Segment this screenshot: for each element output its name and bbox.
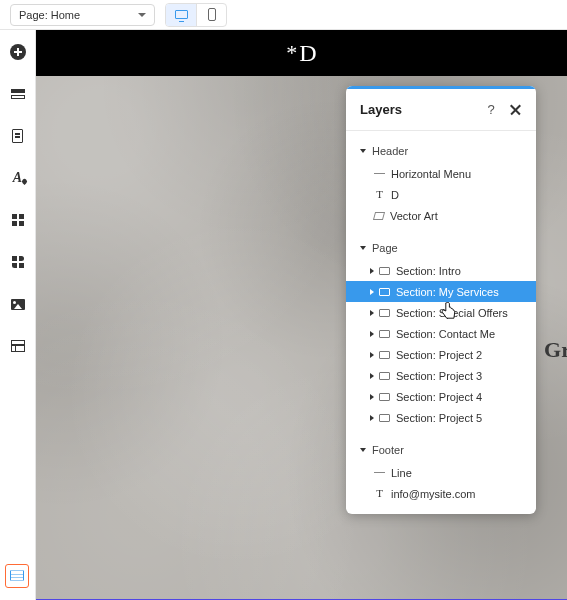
triangle-down-icon (360, 448, 366, 452)
layer-item-section-project-5[interactable]: Section: Project 5 (346, 407, 536, 428)
section-icon (379, 309, 390, 317)
triangle-right-icon (370, 289, 374, 295)
section-icon (379, 372, 390, 380)
triangle-right-icon (370, 352, 374, 358)
add-button[interactable] (9, 43, 27, 61)
section-icon (379, 267, 390, 275)
triangle-right-icon (370, 373, 374, 379)
layer-item-label: Section: My Services (396, 286, 499, 298)
pages-button[interactable] (9, 127, 27, 145)
section-button[interactable] (9, 85, 27, 103)
layer-item-text-d[interactable]: T D (346, 184, 536, 205)
group-footer-label: Footer (372, 444, 404, 456)
plugins-button[interactable] (9, 253, 27, 271)
layer-item-label: Section: Intro (396, 265, 461, 277)
mobile-view-button[interactable] (196, 4, 226, 26)
image-icon (11, 299, 25, 310)
page-selector-label: Page: Home (19, 9, 80, 21)
section-icon (379, 351, 390, 359)
section-icon (11, 89, 25, 99)
layer-item-label: Section: Project 3 (396, 370, 482, 382)
close-icon (510, 104, 521, 115)
chevron-down-icon (138, 13, 146, 17)
mobile-icon (208, 8, 216, 21)
layers-icon (10, 570, 24, 582)
canvas[interactable]: *D Gr Layers ? Header Horizontal Menu (36, 30, 567, 600)
layer-item-label: Section: Contact Me (396, 328, 495, 340)
section-icon (379, 288, 390, 296)
group-header[interactable]: Header (346, 139, 536, 163)
layer-item-label: D (391, 189, 399, 201)
layer-item-label: Section: Project 5 (396, 412, 482, 424)
layer-item-section-project-4[interactable]: Section: Project 4 (346, 386, 536, 407)
section-icon (379, 414, 390, 422)
puzzle-icon (12, 256, 24, 268)
section-icon (379, 330, 390, 338)
theme-button[interactable]: A (9, 169, 27, 187)
layer-item-footer-email[interactable]: T info@mysite.com (346, 483, 536, 504)
triangle-right-icon (370, 331, 374, 337)
close-button[interactable] (506, 100, 524, 118)
apps-button[interactable] (9, 211, 27, 229)
layer-item-label: Section: Project 4 (396, 391, 482, 403)
section-icon (379, 393, 390, 401)
plus-icon (10, 44, 26, 60)
group-header-label: Header (372, 145, 408, 157)
desktop-view-button[interactable] (166, 4, 196, 26)
partial-headline: Gr (544, 337, 567, 363)
triangle-right-icon (370, 415, 374, 421)
layer-item-section-contact-me[interactable]: Section: Contact Me (346, 323, 536, 344)
layer-item-vector-art[interactable]: Vector Art (346, 205, 536, 226)
line-icon (374, 173, 385, 175)
group-page-label: Page (372, 242, 398, 254)
text-icon: T (374, 188, 385, 200)
theme-icon: A (13, 170, 22, 186)
layer-item-section-my-services[interactable]: Section: My Services (346, 281, 536, 302)
logo-asterisk-icon: * (286, 40, 297, 66)
layer-item-footer-line[interactable]: Line (346, 462, 536, 483)
triangle-down-icon (360, 246, 366, 250)
line-icon (374, 472, 385, 474)
layer-item-label: Horizontal Menu (391, 168, 471, 180)
text-icon: T (374, 487, 385, 499)
media-button[interactable] (9, 295, 27, 313)
layers-panel: Layers ? Header Horizontal Menu T D (346, 86, 536, 514)
layer-item-section-project-3[interactable]: Section: Project 3 (346, 365, 536, 386)
desktop-icon (175, 10, 188, 19)
layer-item-section-intro[interactable]: Section: Intro (346, 260, 536, 281)
help-button[interactable]: ? (482, 100, 500, 118)
group-page[interactable]: Page (346, 236, 536, 260)
table-icon (11, 340, 25, 352)
grid-icon (12, 214, 24, 226)
layer-item-section-special-offers[interactable]: Section: Special Offers (346, 302, 536, 323)
group-footer[interactable]: Footer (346, 438, 536, 462)
layer-item-label: Vector Art (390, 210, 438, 222)
panel-title: Layers (360, 102, 482, 117)
layer-item-label: Line (391, 467, 412, 479)
triangle-right-icon (370, 310, 374, 316)
triangle-down-icon (360, 149, 366, 153)
layer-item-label: Section: Project 2 (396, 349, 482, 361)
layer-item-label: Section: Special Offers (396, 307, 508, 319)
data-button[interactable] (9, 337, 27, 355)
site-header: *D (36, 30, 567, 76)
triangle-right-icon (370, 268, 374, 274)
left-rail: A (0, 30, 36, 600)
triangle-right-icon (370, 394, 374, 400)
layer-item-section-project-2[interactable]: Section: Project 2 (346, 344, 536, 365)
layer-item-label: info@mysite.com (391, 488, 476, 500)
layers-toggle-button[interactable] (5, 564, 29, 588)
page-selector[interactable]: Page: Home (10, 4, 155, 26)
vector-icon (374, 212, 384, 220)
logo-text: D (299, 40, 316, 67)
page-icon (12, 129, 23, 143)
layer-item-horizontal-menu[interactable]: Horizontal Menu (346, 163, 536, 184)
